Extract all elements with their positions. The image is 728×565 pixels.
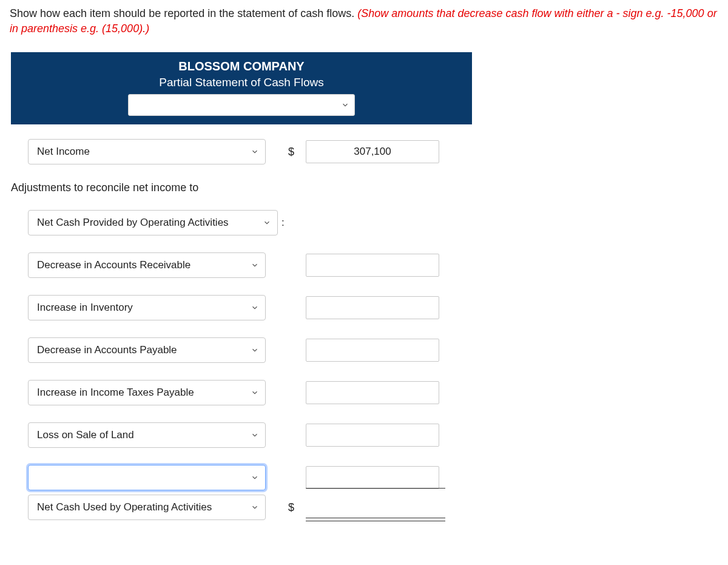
input-net-cash-used[interactable] xyxy=(306,496,439,519)
statement-header: BLOSSOM COMPANY Partial Statement of Cas… xyxy=(11,52,472,124)
select-tax[interactable]: Increase in Income Taxes Payable xyxy=(28,380,266,405)
chevron-down-icon xyxy=(251,473,259,482)
instructions: Show how each item should be reported in… xyxy=(10,6,718,36)
input-ar[interactable] xyxy=(306,254,439,277)
chevron-down-icon xyxy=(251,303,259,312)
value: 307,100 xyxy=(354,146,391,158)
row-adjustments-label: Adjustments to reconcile net income to xyxy=(11,181,472,194)
row-net-income: Net Income $ 307,100 xyxy=(11,139,472,164)
row-ar: Decrease in Accounts Receivable xyxy=(11,252,472,278)
select-label: Increase in Inventory xyxy=(37,302,133,314)
chevron-down-icon xyxy=(251,261,259,269)
select-label: Net Cash Provided by Operating Activitie… xyxy=(37,217,229,229)
input-net-income[interactable]: 307,100 xyxy=(306,140,439,163)
input-inv[interactable] xyxy=(306,296,439,319)
select-label: Decrease in Accounts Receivable xyxy=(37,259,190,271)
input-ap[interactable] xyxy=(306,339,439,362)
row-net-cash-used: Net Cash Used by Operating Activities $ xyxy=(11,495,472,520)
chevron-down-icon xyxy=(251,503,259,512)
select-net-income[interactable]: Net Income xyxy=(28,139,266,164)
colon: : xyxy=(281,217,285,229)
chevron-down-icon xyxy=(251,346,259,354)
row-net-cash-provided: Net Cash Provided by Operating Activitie… xyxy=(11,210,472,235)
row-inv: Increase in Inventory xyxy=(11,295,472,320)
input-blank[interactable] xyxy=(306,466,439,489)
statement-rows: Net Income $ 307,100 Adjustments to reco… xyxy=(11,124,472,521)
row-tax: Increase in Income Taxes Payable xyxy=(11,380,472,405)
select-label: Loss on Sale of Land xyxy=(37,429,134,441)
chevron-down-icon xyxy=(251,431,259,439)
currency-symbol: $ xyxy=(284,146,298,158)
select-label: Increase in Income Taxes Payable xyxy=(37,387,194,399)
currency-symbol: $ xyxy=(284,501,298,514)
period-select[interactable] xyxy=(128,94,355,116)
select-net-cash-used[interactable]: Net Cash Used by Operating Activities xyxy=(28,495,266,520)
select-inv[interactable]: Increase in Inventory xyxy=(28,295,266,320)
chevron-down-icon xyxy=(251,147,259,156)
adjustments-label: Adjustments to reconcile net income to xyxy=(11,181,198,194)
input-tax[interactable] xyxy=(306,381,439,404)
select-label: Net Income xyxy=(37,146,90,158)
row-blank xyxy=(11,465,472,490)
company-name: BLOSSOM COMPANY xyxy=(11,59,472,73)
select-label: Net Cash Used by Operating Activities xyxy=(37,501,212,513)
select-loss[interactable]: Loss on Sale of Land xyxy=(28,422,266,448)
chevron-down-icon xyxy=(263,218,271,227)
row-ap: Decrease in Accounts Payable xyxy=(11,337,472,363)
select-label: Decrease in Accounts Payable xyxy=(37,344,177,356)
chevron-down-icon xyxy=(341,101,349,109)
statement-title: Partial Statement of Cash Flows xyxy=(11,76,472,89)
select-ar[interactable]: Decrease in Accounts Receivable xyxy=(28,252,266,278)
instructions-text: Show how each item should be reported in… xyxy=(10,7,357,19)
chevron-down-icon xyxy=(251,388,259,397)
select-blank[interactable] xyxy=(28,465,266,490)
select-net-cash-provided[interactable]: Net Cash Provided by Operating Activitie… xyxy=(28,210,278,235)
row-loss: Loss on Sale of Land xyxy=(11,422,472,448)
select-ap[interactable]: Decrease in Accounts Payable xyxy=(28,337,266,363)
statement-panel: BLOSSOM COMPANY Partial Statement of Cas… xyxy=(11,52,472,521)
input-loss[interactable] xyxy=(306,424,439,447)
